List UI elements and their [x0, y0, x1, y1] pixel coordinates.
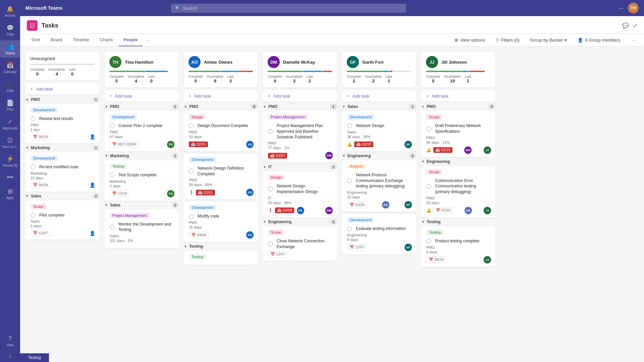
- sidebar-item-calls[interactable]: 📞 Calls: [0, 78, 20, 95]
- group-members-button[interactable]: 👤 8 Group members: [575, 36, 623, 44]
- download-icon: ↓: [8, 352, 11, 359]
- task-checkbox[interactable]: [110, 225, 114, 229]
- collapse-icon[interactable]: ▼: [263, 220, 266, 224]
- collapse-icon[interactable]: ▼: [184, 105, 187, 109]
- task-checkbox[interactable]: [426, 184, 431, 189]
- task-card[interactable]: Testing Product testing complete PMO 0 d…: [421, 226, 495, 267]
- view-options-button[interactable]: ⊞ View options: [452, 36, 487, 44]
- collapse-icon[interactable]: ▼: [25, 98, 29, 102]
- task-checkbox[interactable]: [189, 169, 194, 174]
- sidebar-item-download[interactable]: ↓: [5, 350, 15, 362]
- avatar-danielle: DM: [268, 56, 280, 68]
- task-checkbox[interactable]: [268, 187, 273, 191]
- task-card[interactable]: Development Evaluate testing information…: [342, 214, 416, 254]
- task-card[interactable]: Development Re-test modified code Market…: [25, 152, 99, 192]
- tab-people[interactable]: People: [119, 34, 143, 46]
- task-checkbox[interactable]: [268, 129, 273, 134]
- sidebar-item-more[interactable]: •••: [0, 171, 20, 184]
- user-avatar[interactable]: TH: [628, 3, 639, 13]
- task-checkbox[interactable]: [110, 173, 114, 177]
- task-card[interactable]: Analysis Network Protocol Communication …: [342, 160, 416, 212]
- search-input[interactable]: [183, 6, 402, 11]
- tab-board[interactable]: Board: [46, 34, 67, 46]
- task-checkbox[interactable]: [426, 239, 431, 243]
- collapse-icon[interactable]: ▼: [421, 220, 425, 224]
- add-task-garth[interactable]: ＋ Add task: [342, 90, 416, 102]
- task-checkbox[interactable]: [426, 126, 431, 131]
- collapse-icon[interactable]: ▼: [342, 154, 345, 158]
- expand-icon[interactable]: ⤢: [633, 22, 637, 29]
- add-task-tina[interactable]: ＋ Add task: [105, 90, 178, 102]
- task-card[interactable]: Scope Close Network Connection Exchange …: [263, 226, 337, 261]
- task-card[interactable]: Scope Communication Error Communication …: [421, 166, 495, 218]
- task-checkbox[interactable]: [31, 165, 35, 169]
- sidebar-item-tasks[interactable]: ☑ Tasks by P...: [0, 134, 20, 151]
- task-card[interactable]: Testing Test Scripts complete Marketing …: [105, 160, 178, 201]
- filters-button[interactable]: ▽ Filters (0): [493, 36, 522, 44]
- sidebar-item-chat[interactable]: 💬 Chat: [0, 21, 20, 39]
- task-checkbox[interactable]: [347, 178, 352, 183]
- task-card[interactable]: Development Network Design Sales 36 days…: [342, 111, 416, 152]
- bucket-count: 5: [488, 104, 495, 109]
- add-task-danielle[interactable]: ＋ Add task: [263, 90, 337, 102]
- add-task-aimee[interactable]: ＋ Add task: [184, 90, 258, 102]
- task-checkbox[interactable]: [268, 242, 273, 246]
- sidebar-item-teams[interactable]: 👥 Teams: [0, 40, 20, 58]
- tab-grid[interactable]: Grid: [27, 34, 45, 46]
- collapse-icon[interactable]: ▼: [25, 194, 29, 198]
- task-card[interactable]: Development Network Design Definition Co…: [184, 154, 258, 200]
- task-checkbox[interactable]: [347, 123, 352, 128]
- collapse-icon[interactable]: ▼: [342, 105, 345, 109]
- task-assignee-avatar: GF: [405, 141, 412, 148]
- tab-more[interactable]: ···: [144, 34, 153, 46]
- task-card[interactable]: Project Management Monitor the Developme…: [105, 209, 178, 248]
- topbar-more-icon[interactable]: ···: [619, 5, 624, 12]
- collapse-icon[interactable]: ▼: [421, 105, 425, 109]
- task-date: 📅 09/08: [189, 232, 209, 238]
- sidebar-item-help[interactable]: ? Help: [5, 333, 15, 350]
- task-checkbox[interactable]: [189, 214, 194, 219]
- search-bar[interactable]: 🔍: [171, 4, 406, 13]
- task-card[interactable]: Scope Pilot complete Sales 0 days 📅 12/0…: [25, 200, 99, 240]
- tasks-area-garth: ▼ Sales 1 Development Network Design Sal…: [342, 104, 416, 357]
- task-card[interactable]: Development Cutover Plan 2 complete PMO …: [105, 111, 178, 152]
- tab-timeline[interactable]: Timeline: [68, 34, 94, 46]
- sidebar-item-approvals[interactable]: ✓ Approvals: [0, 115, 20, 133]
- sidebar-item-sensei[interactable]: ⚡ Sensei IQ: [0, 153, 20, 170]
- task-title: Pilot complete: [39, 213, 64, 218]
- person-name-tina: Tina Hamilton: [125, 60, 154, 65]
- tab-charts[interactable]: Charts: [95, 34, 117, 46]
- task-card[interactable]: Development Modify code PMO 15 days 📅 09…: [184, 201, 258, 242]
- group-by-button[interactable]: Group by Bucket ▾: [528, 36, 570, 44]
- task-tag: Project Management: [268, 114, 308, 120]
- sidebar-item-activity[interactable]: 🔔 Activity: [0, 3, 20, 20]
- collapse-icon[interactable]: ▼: [105, 154, 108, 158]
- collapse-icon[interactable]: ▼: [263, 165, 266, 169]
- collapse-icon[interactable]: ▼: [184, 245, 187, 248]
- toolbar-more-button[interactable]: ···: [628, 36, 637, 44]
- sidebar-item-files[interactable]: 📄 Files: [0, 97, 20, 114]
- task-card[interactable]: Design Network Design Implementation Des…: [263, 171, 337, 218]
- add-task-unassigned[interactable]: ＋ Add task: [25, 83, 99, 95]
- task-checkbox[interactable]: [189, 123, 194, 128]
- task-checkbox[interactable]: [31, 116, 35, 121]
- task-checkbox[interactable]: [110, 123, 114, 128]
- collapse-icon[interactable]: ▼: [421, 160, 425, 163]
- sidebar-item-apps[interactable]: ⊞ Apps: [0, 185, 20, 202]
- chat-action-icon[interactable]: 💬: [622, 22, 629, 29]
- task-card[interactable]: Design Design Document Complete PMO 10 d…: [184, 111, 258, 152]
- task-checkbox[interactable]: [31, 213, 35, 218]
- collapse-icon[interactable]: ▼: [105, 105, 108, 109]
- task-tag: Development: [347, 114, 374, 120]
- bottom-tab-testing[interactable]: Testing: [28, 355, 41, 360]
- task-card[interactable]: Scope Draft Preliminary Network Specific…: [421, 111, 495, 157]
- sidebar-item-calendar[interactable]: 📅 Calendar: [0, 59, 20, 76]
- collapse-icon[interactable]: ▼: [263, 105, 266, 109]
- collapse-icon[interactable]: ▼: [25, 146, 29, 149]
- collapse-icon[interactable]: ▼: [105, 203, 108, 207]
- task-card[interactable]: Testing: [184, 251, 258, 265]
- add-task-jill[interactable]: ＋ Add task: [421, 90, 495, 102]
- task-checkbox[interactable]: [347, 227, 352, 231]
- task-card[interactable]: Project Management Project Management Pl…: [263, 111, 337, 163]
- task-card[interactable]: Development Review test results PMO 1 da…: [25, 104, 99, 143]
